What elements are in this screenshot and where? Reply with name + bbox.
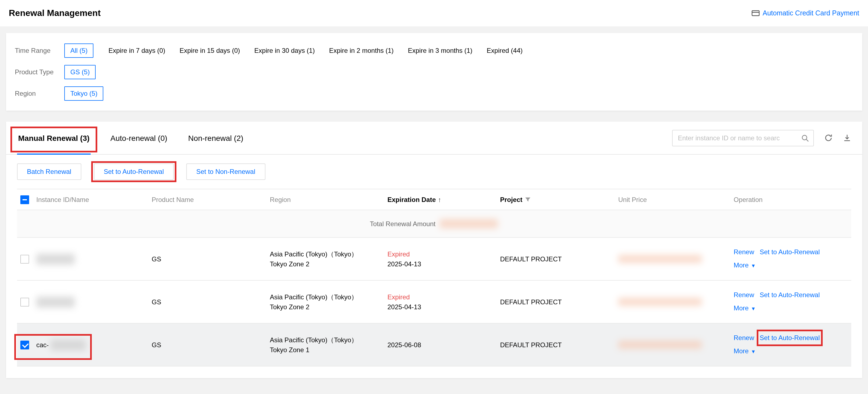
credit-card-icon bbox=[751, 9, 760, 18]
column-unit-price: Unit Price bbox=[618, 196, 734, 203]
expiration-date: 2025-04-13 bbox=[388, 302, 421, 312]
filter-option-expire-15-days[interactable]: Expire in 15 days (0) bbox=[179, 44, 240, 57]
region-cell: Asia Pacific (Tokyo)（Tokyo） Tokyo Zone 2 bbox=[270, 292, 388, 312]
row-checkbox[interactable] bbox=[20, 298, 29, 306]
more-link[interactable]: More▼ bbox=[734, 344, 756, 358]
instance-id-name-cell bbox=[36, 296, 152, 307]
more-link[interactable]: More▼ bbox=[734, 259, 756, 272]
tab-non-renewal[interactable]: Non-renewal (2) bbox=[187, 122, 245, 154]
tab-label: Manual Renewal (3) bbox=[18, 134, 90, 142]
more-link[interactable]: More▼ bbox=[734, 302, 756, 315]
project-cell: DEFAULT PROJECT bbox=[500, 255, 618, 263]
row-checkbox[interactable] bbox=[20, 340, 29, 349]
credit-link-label: Automatic Credit Card Payment bbox=[763, 9, 859, 17]
filter-option-all[interactable]: All (5) bbox=[64, 44, 94, 58]
filter-row-region: Region Tokyo (5) bbox=[15, 85, 853, 102]
product-name-cell: GS bbox=[152, 341, 270, 348]
redacted-total-amount bbox=[440, 219, 498, 228]
redacted-unit-price bbox=[618, 298, 702, 306]
redacted-instance-name bbox=[36, 296, 75, 307]
caret-down-icon: ▼ bbox=[751, 349, 756, 355]
redacted-unit-price bbox=[618, 341, 702, 349]
project-cell: DEFAULT PROJECT bbox=[500, 298, 618, 306]
filter-label: Time Range bbox=[15, 47, 64, 54]
automatic-credit-card-payment-link[interactable]: Automatic Credit Card Payment bbox=[751, 9, 859, 18]
filter-option-expire-7-days[interactable]: Expire in 7 days (0) bbox=[108, 44, 165, 57]
total-renewal-amount-row: Total Renewal Amount bbox=[17, 210, 851, 238]
filter-funnel-icon bbox=[525, 196, 531, 202]
expiration-date: 2025-04-13 bbox=[388, 259, 421, 269]
region-line-1: Asia Pacific (Tokyo)（Tokyo） bbox=[270, 335, 358, 345]
row-checkbox[interactable] bbox=[20, 254, 29, 263]
tab-label: Non-renewal (2) bbox=[188, 134, 243, 142]
set-to-auto-renewal-button[interactable]: Set to Auto-Renewal bbox=[94, 163, 174, 180]
batch-renewal-button[interactable]: Batch Renewal bbox=[17, 163, 81, 180]
filter-row-time-range: Time Range All (5) Expire in 7 days (0) … bbox=[15, 43, 853, 59]
renew-link[interactable]: Renew bbox=[734, 331, 754, 344]
column-region: Region bbox=[270, 196, 388, 203]
redacted-instance-name bbox=[36, 253, 75, 264]
filter-option-expired[interactable]: Expired (44) bbox=[487, 44, 523, 57]
region-line-2: Tokyo Zone 2 bbox=[270, 302, 309, 312]
region-cell: Asia Pacific (Tokyo)（Tokyo） Tokyo Zone 1 bbox=[270, 335, 388, 355]
filter-label: Product Type bbox=[15, 68, 64, 76]
filter-options: GS (5) bbox=[64, 65, 111, 79]
column-instance-id-name: Instance ID/Name bbox=[36, 196, 152, 203]
tab-auto-renewal[interactable]: Auto-renewal (0) bbox=[110, 122, 168, 154]
filter-option-expire-3-months[interactable]: Expire in 3 months (1) bbox=[408, 44, 473, 57]
column-project[interactable]: Project bbox=[500, 196, 618, 203]
product-name-cell: GS bbox=[152, 255, 270, 263]
region-line-1: Asia Pacific (Tokyo)（Tokyo） bbox=[270, 292, 358, 302]
filter-label: Region bbox=[15, 90, 64, 97]
renew-link[interactable]: Renew bbox=[734, 246, 754, 259]
table-header-row: Instance ID/Name Product Name Region Exp… bbox=[17, 189, 851, 210]
search-box bbox=[672, 130, 814, 146]
instance-id-name-cell bbox=[36, 253, 152, 264]
renewal-table: Instance ID/Name Product Name Region Exp… bbox=[17, 189, 851, 366]
select-all-checkbox[interactable] bbox=[20, 195, 29, 204]
more-label: More bbox=[734, 304, 749, 312]
set-auto-renewal-link[interactable]: Set to Auto-Renewal bbox=[760, 288, 820, 302]
filter-option-tokyo[interactable]: Tokyo (5) bbox=[64, 86, 103, 101]
renew-link[interactable]: Renew bbox=[734, 288, 754, 302]
filter-option-expire-30-days[interactable]: Expire in 30 days (1) bbox=[254, 44, 315, 57]
product-name-cell: GS bbox=[152, 298, 270, 306]
set-auto-renewal-link[interactable]: Set to Auto-Renewal bbox=[760, 246, 820, 259]
region-line-2: Tokyo Zone 2 bbox=[270, 259, 309, 269]
region-cell: Asia Pacific (Tokyo)（Tokyo） Tokyo Zone 2 bbox=[270, 249, 388, 269]
expiration-date-cell: 2025-06-08 bbox=[388, 340, 500, 350]
project-cell: DEFAULT PROJECT bbox=[500, 341, 618, 348]
page-title: Renewal Management bbox=[9, 8, 100, 18]
filter-option-expire-2-months[interactable]: Expire in 2 months (1) bbox=[329, 44, 394, 57]
refresh-icon bbox=[824, 134, 832, 142]
set-auto-renewal-link[interactable]: Set to Auto-Renewal bbox=[760, 334, 820, 342]
download-icon bbox=[843, 134, 851, 142]
filter-option-gs[interactable]: GS (5) bbox=[64, 65, 96, 79]
renewal-list-panel: Manual Renewal (3) Auto-renewal (0) Non-… bbox=[6, 122, 862, 378]
tab-tools bbox=[672, 130, 851, 146]
search-icon[interactable] bbox=[801, 134, 809, 142]
tab-manual-renewal[interactable]: Manual Renewal (3) bbox=[17, 122, 91, 154]
filter-options: Tokyo (5) bbox=[64, 86, 118, 101]
sort-ascending-icon: ↑ bbox=[438, 196, 441, 203]
filter-panel: Time Range All (5) Expire in 7 days (0) … bbox=[6, 33, 862, 111]
tab-label: Auto-renewal (0) bbox=[111, 134, 167, 142]
action-button-row: Batch Renewal Set to Auto-Renewal Set to… bbox=[6, 154, 862, 180]
expired-status: Expired bbox=[388, 249, 410, 259]
total-renewal-amount-label: Total Renewal Amount bbox=[370, 220, 435, 228]
more-label: More bbox=[734, 347, 749, 355]
renewal-management-page: Renewal Management Automatic Credit Card… bbox=[0, 0, 868, 394]
refresh-button[interactable] bbox=[824, 134, 832, 142]
region-line-2: Tokyo Zone 1 bbox=[270, 345, 309, 355]
download-button[interactable] bbox=[843, 134, 851, 142]
column-label: Project bbox=[500, 196, 522, 203]
search-input[interactable] bbox=[677, 134, 801, 142]
table-row: GS Asia Pacific (Tokyo)（Tokyo） Tokyo Zon… bbox=[17, 238, 851, 281]
unit-price-cell bbox=[618, 298, 734, 306]
column-expiration-date[interactable]: Expiration Date ↑ bbox=[388, 196, 500, 203]
button-label: Set to Auto-Renewal bbox=[103, 168, 164, 175]
caret-down-icon: ▼ bbox=[751, 263, 756, 269]
tab-bar: Manual Renewal (3) Auto-renewal (0) Non-… bbox=[6, 122, 862, 154]
set-to-non-renewal-button[interactable]: Set to Non-Renewal bbox=[186, 163, 265, 180]
operation-cell: Renew Set to Auto-Renewal More▼ bbox=[734, 246, 851, 272]
